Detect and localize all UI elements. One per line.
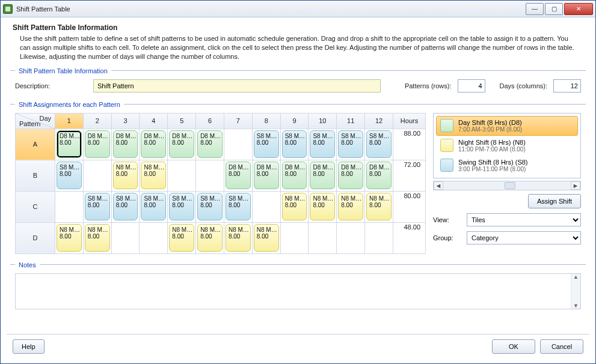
day-header[interactable]: 4: [140, 113, 168, 129]
grid-cell[interactable]: N8 M…8.00: [337, 191, 365, 222]
assign-shift-button[interactable]: Assign Shift: [528, 194, 581, 208]
pattern-row-header[interactable]: C: [16, 191, 55, 222]
shift-chip[interactable]: S8 M…8.00: [226, 193, 251, 220]
grid-cell[interactable]: S8 M…8.00: [168, 191, 196, 222]
shift-chip[interactable]: D8 M…8.00: [338, 162, 363, 189]
grid-cell[interactable]: D8 M…8.00: [196, 129, 224, 160]
group-select[interactable]: Category: [467, 231, 581, 244]
grid-cell[interactable]: S8 M…8.00: [252, 129, 280, 160]
shift-chip[interactable]: N8 M…8.00: [366, 193, 392, 220]
grid-cell[interactable]: D8 M…8.00: [337, 160, 365, 191]
grid-cell[interactable]: N8 M…8.00: [111, 160, 140, 191]
palette-item[interactable]: Swing Shift (8 Hrs) (S8)3:00 PM-11:00 PM…: [436, 156, 578, 175]
grid-cell[interactable]: [252, 191, 280, 222]
grid-cell[interactable]: D8 M…8.00: [365, 160, 393, 191]
minimize-button[interactable]: —: [526, 3, 544, 15]
shift-chip[interactable]: N8 M…8.00: [85, 224, 110, 252]
maximize-button[interactable]: ▢: [545, 3, 563, 15]
shift-chip[interactable]: S8 M…8.00: [197, 193, 223, 220]
grid-cell[interactable]: N8 M…8.00: [252, 222, 280, 253]
day-header[interactable]: 11: [337, 113, 365, 129]
shift-chip[interactable]: D8 M…8.00: [169, 130, 194, 158]
day-header[interactable]: 2: [83, 113, 111, 129]
shift-chip[interactable]: N8 M…8.00: [338, 193, 363, 220]
shift-chip[interactable]: S8 M…8.00: [57, 162, 82, 189]
grid-cell[interactable]: [365, 222, 393, 253]
patterns-input[interactable]: [458, 79, 485, 93]
grid-cell[interactable]: N8 M…8.00: [365, 191, 393, 222]
grid-cell[interactable]: S8 M…8.00: [55, 160, 84, 191]
shift-chip[interactable]: D8 M…8.00: [282, 162, 307, 189]
grid-cell[interactable]: D8 M…8.00: [55, 129, 84, 160]
shift-chip[interactable]: D8 M…8.00: [197, 130, 223, 158]
scroll-left-icon[interactable]: ◄: [434, 181, 443, 190]
shift-chip[interactable]: N8 M…8.00: [226, 224, 251, 252]
grid-cell[interactable]: N8 M…8.00: [140, 160, 168, 191]
grid-cell[interactable]: [55, 191, 84, 222]
grid-cell[interactable]: D8 M…8.00: [224, 160, 252, 191]
grid-cell[interactable]: [309, 222, 337, 253]
shift-chip[interactable]: S8 M…8.00: [141, 193, 166, 220]
scroll-thumb[interactable]: [505, 182, 515, 189]
day-header[interactable]: 5: [168, 113, 196, 129]
day-header[interactable]: 9: [280, 113, 309, 129]
shift-chip[interactable]: N8 M…8.00: [254, 224, 279, 252]
shift-chip[interactable]: N8 M…8.00: [197, 224, 223, 252]
grid-cell[interactable]: [280, 222, 309, 253]
shift-chip[interactable]: N8 M…8.00: [113, 162, 138, 189]
grid-cell[interactable]: N8 M…8.00: [55, 222, 84, 253]
titlebar[interactable]: Shift Pattern Table — ▢ ✕: [1, 1, 595, 17]
grid-cell[interactable]: S8 M…8.00: [337, 129, 365, 160]
grid-cell[interactable]: D8 M…8.00: [111, 129, 140, 160]
shift-chip[interactable]: D8 M…8.00: [226, 162, 251, 189]
pattern-row-header[interactable]: D: [16, 222, 55, 253]
shift-chip[interactable]: D8 M…8.00: [141, 130, 166, 158]
view-select[interactable]: Tiles: [467, 213, 581, 226]
shift-chip[interactable]: D8 M…8.00: [366, 162, 392, 189]
shift-chip[interactable]: S8 M…8.00: [254, 130, 279, 158]
shift-chip[interactable]: S8 M…8.00: [169, 193, 194, 220]
palette-item[interactable]: Night Shift (8 Hrs) (N8)11:00 PM-7:00 AM…: [436, 136, 578, 156]
grid-cell[interactable]: N8 M…8.00: [224, 222, 252, 253]
grid-cell[interactable]: [168, 160, 196, 191]
grid-cell[interactable]: [83, 160, 111, 191]
shift-chip[interactable]: S8 M…8.00: [85, 193, 110, 220]
grid-cell[interactable]: [337, 222, 365, 253]
grid-cell[interactable]: [140, 222, 168, 253]
grid-cell[interactable]: D8 M…8.00: [309, 160, 337, 191]
day-header[interactable]: 7: [224, 113, 252, 129]
notes-scrollbar[interactable]: ▲▼: [571, 274, 580, 309]
day-header[interactable]: 1: [55, 113, 84, 129]
grid-cell[interactable]: N8 M…8.00: [83, 222, 111, 253]
help-button[interactable]: Help: [13, 339, 45, 354]
day-header[interactable]: 3: [111, 113, 140, 129]
shift-chip[interactable]: N8 M…8.00: [141, 162, 166, 189]
grid-cell[interactable]: N8 M…8.00: [196, 222, 224, 253]
cancel-button[interactable]: Cancel: [540, 339, 583, 354]
close-button[interactable]: ✕: [564, 3, 593, 15]
grid-cell[interactable]: S8 M…8.00: [365, 129, 393, 160]
palette-item[interactable]: Day Shift (8 Hrs) (D8)7:00 AM-3:00 PM (8…: [436, 116, 578, 136]
shift-chip[interactable]: D8 M…8.00: [85, 130, 110, 158]
scroll-right-icon[interactable]: ►: [571, 181, 580, 190]
shift-chip[interactable]: N8 M…8.00: [169, 224, 194, 252]
shift-chip[interactable]: N8 M…8.00: [57, 224, 82, 252]
pattern-row-header[interactable]: B: [16, 160, 55, 191]
ok-button[interactable]: OK: [492, 339, 535, 354]
grid-cell[interactable]: S8 M…8.00: [196, 191, 224, 222]
shift-chip[interactable]: D8 M…8.00: [113, 130, 138, 158]
shift-chip[interactable]: S8 M…8.00: [113, 193, 138, 220]
day-header[interactable]: 12: [365, 113, 393, 129]
day-header[interactable]: 8: [252, 113, 280, 129]
pattern-grid[interactable]: DayPattern123456789101112Hours AD8 M…8.0…: [15, 113, 426, 254]
grid-cell[interactable]: [111, 222, 140, 253]
grid-cell[interactable]: D8 M…8.00: [83, 129, 111, 160]
pattern-row-header[interactable]: A: [16, 129, 55, 160]
grid-cell[interactable]: S8 M…8.00: [309, 129, 337, 160]
grid-cell[interactable]: D8 M…8.00: [252, 160, 280, 191]
notes-textarea[interactable]: ▲▼: [15, 273, 581, 309]
shift-chip[interactable]: N8 M…8.00: [310, 193, 335, 220]
grid-cell[interactable]: N8 M…8.00: [280, 191, 309, 222]
shift-chip[interactable]: N8 M…8.00: [282, 193, 307, 220]
grid-cell[interactable]: [224, 129, 252, 160]
